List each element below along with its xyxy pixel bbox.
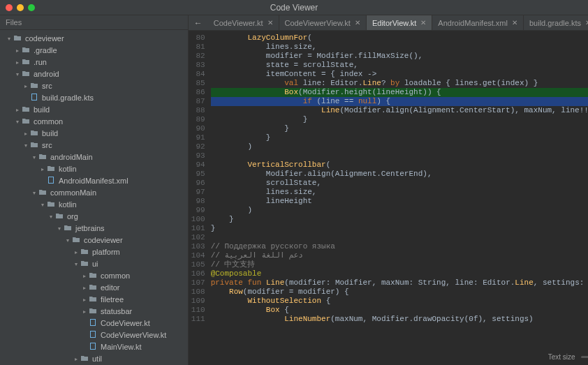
- editor-tab[interactable]: CodeViewerView.kt✕: [279, 15, 367, 30]
- tree-node[interactable]: ▸editor: [0, 282, 188, 294]
- tree-node[interactable]: CodeViewerView.kt: [0, 329, 188, 341]
- svg-rect-3: [91, 332, 96, 338]
- tree-node-label: android: [34, 69, 59, 80]
- text-size-slider[interactable]: [581, 356, 588, 358]
- tree-node-label: filetree: [101, 295, 124, 305]
- folder-icon: [88, 295, 98, 305]
- tree-node[interactable]: ▸src: [0, 80, 188, 92]
- close-tab-icon[interactable]: ✕: [267, 19, 273, 27]
- chevron-down-icon: ▾: [22, 140, 29, 151]
- tree-node[interactable]: ▾org: [0, 211, 188, 223]
- tree-node-label: src: [42, 140, 52, 151]
- chevron-right-icon: ▸: [14, 105, 21, 115]
- folder-icon: [46, 200, 56, 210]
- folder-icon: [38, 152, 47, 163]
- tree-node[interactable]: ▾commonMain: [0, 187, 188, 199]
- text-size-label: Text size: [548, 353, 575, 361]
- tree-node[interactable]: ▾codeviewer: [0, 33, 188, 45]
- svg-rect-2: [91, 320, 96, 326]
- back-button[interactable]: ←: [189, 18, 208, 28]
- tree-node-label: jetbrains: [75, 223, 105, 234]
- tree-node-label: editor: [101, 283, 120, 293]
- tree-node[interactable]: ▾kotlin: [0, 199, 188, 211]
- svg-rect-4: [91, 343, 96, 350]
- chevron-right-icon: ▸: [22, 128, 29, 139]
- folder-icon: [21, 117, 31, 127]
- tree-node[interactable]: build.gradle.kts: [0, 92, 188, 104]
- tree-node[interactable]: ▾android: [0, 68, 188, 80]
- chevron-down-icon: ▾: [73, 259, 80, 269]
- tree-node[interactable]: ▾androidMain: [0, 151, 188, 163]
- close-tab-icon[interactable]: ✕: [585, 19, 588, 27]
- tree-node[interactable]: ▸build: [0, 104, 188, 116]
- folder-icon: [63, 223, 73, 234]
- tab-label: CodeViewerView.kt: [285, 19, 351, 27]
- tree-node[interactable]: ▸filetree: [0, 294, 188, 306]
- tree-node-label: kotlin: [59, 200, 77, 210]
- close-tab-icon[interactable]: ✕: [420, 19, 426, 27]
- folder-icon: [80, 247, 89, 258]
- tree-node[interactable]: ▾common: [0, 116, 188, 128]
- editor-tab[interactable]: build.gradle.kts✕: [524, 15, 588, 30]
- titlebar: Code Viewer: [0, 0, 588, 15]
- tree-node[interactable]: ▸common: [0, 270, 188, 282]
- chevron-down-icon: ▾: [14, 69, 21, 80]
- folder-icon: [21, 105, 31, 115]
- tree-node-label: org: [67, 211, 78, 222]
- tree-node[interactable]: ▸platform: [0, 246, 188, 258]
- tree-node[interactable]: ▸.run: [0, 57, 188, 68]
- chevron-down-icon: ▾: [31, 188, 38, 198]
- kt-icon: [88, 318, 98, 329]
- tree-node-label: build.gradle.kts: [42, 93, 94, 103]
- tree-node-label: common: [34, 117, 63, 127]
- tree-node[interactable]: ▸statusbar: [0, 306, 188, 318]
- tree-node-label: codeviewer: [84, 235, 123, 246]
- tree-node[interactable]: ▸util: [0, 353, 188, 365]
- editor-tab[interactable]: EditorView.kt✕: [367, 15, 432, 30]
- editor-tab[interactable]: AndroidManifest.xml✕: [432, 15, 524, 30]
- tree-node[interactable]: CodeViewer.kt: [0, 318, 188, 329]
- tab-label: EditorView.kt: [372, 19, 416, 27]
- folder-icon: [21, 69, 31, 80]
- chevron-down-icon: ▾: [56, 223, 63, 234]
- folder-icon: [71, 235, 81, 246]
- tree-node[interactable]: ▾src: [0, 140, 188, 151]
- tree-node[interactable]: ▾jetbrains: [0, 223, 188, 234]
- tree-node-label: src: [42, 81, 52, 91]
- tree-node[interactable]: ▸.gradle: [0, 45, 188, 57]
- tree-node-label: .run: [34, 57, 47, 68]
- code-content[interactable]: LazyColumnFor( lines.size, modifier = Mo…: [211, 31, 588, 365]
- chevron-down-icon: ▾: [39, 200, 46, 210]
- window-title: Code Viewer: [270, 3, 318, 13]
- tab-label: CodeViewer.kt: [214, 19, 263, 27]
- code-editor[interactable]: 8081828384858687888990919293949596979899…: [189, 31, 588, 365]
- maximize-window-button[interactable]: [28, 4, 35, 11]
- tree-node[interactable]: ▾codeviewer: [0, 234, 188, 246]
- tab-label: build.gradle.kts: [529, 19, 581, 27]
- tree-node-label: ui: [92, 259, 98, 269]
- close-tab-icon[interactable]: ✕: [512, 19, 517, 27]
- window-controls: [6, 4, 35, 11]
- chevron-right-icon: ▸: [81, 271, 88, 281]
- close-tab-icon[interactable]: ✕: [355, 19, 360, 27]
- chevron-right-icon: ▸: [22, 81, 29, 91]
- chevron-right-icon: ▸: [73, 247, 80, 258]
- tree-node-label: AndroidManifest.xml: [59, 176, 128, 186]
- folder-icon: [38, 188, 47, 198]
- folder-icon: [88, 271, 98, 281]
- folder-icon: [80, 354, 89, 364]
- file-icon: [46, 176, 56, 186]
- tree-node[interactable]: MainView.kt: [0, 341, 188, 353]
- tree-node-label: build: [34, 105, 50, 115]
- minimize-window-button[interactable]: [17, 4, 24, 11]
- editor-tab[interactable]: CodeViewer.kt✕: [208, 15, 279, 30]
- line-gutter: 8081828384858687888990919293949596979899…: [189, 31, 211, 365]
- tree-node[interactable]: ▾ui: [0, 258, 188, 270]
- tree-node[interactable]: ▸build: [0, 128, 188, 140]
- folder-icon: [21, 45, 31, 56]
- tree-node[interactable]: AndroidManifest.xml: [0, 175, 188, 187]
- close-window-button[interactable]: [6, 4, 13, 11]
- tree-node[interactable]: ▸kotlin: [0, 163, 188, 175]
- chevron-right-icon: ▸: [14, 57, 21, 68]
- chevron-down-icon: ▾: [64, 235, 71, 246]
